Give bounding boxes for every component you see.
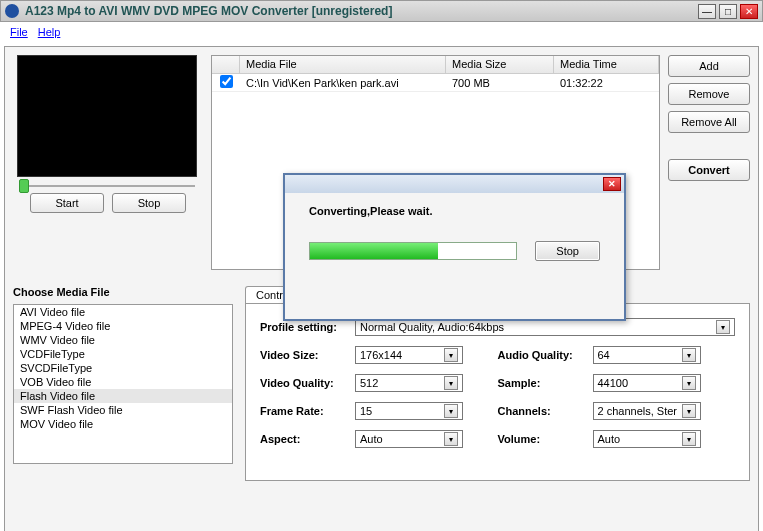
column-check[interactable] [212,56,240,73]
row-file: C:\In Vid\Ken Park\ken park.avi [240,76,446,90]
video-preview [17,55,197,177]
audio-quality-label: Audio Quality: [498,349,593,361]
chevron-down-icon: ▾ [682,376,696,390]
column-media-time[interactable]: Media Time [554,56,659,73]
progress-bar [309,242,517,260]
chevron-down-icon: ▾ [682,432,696,446]
list-item[interactable]: VCDFileType [14,347,232,361]
start-button[interactable]: Start [30,193,104,213]
maximize-button[interactable]: □ [719,4,737,19]
seek-slider[interactable] [15,185,199,187]
volume-label: Volume: [498,433,593,445]
row-time: 01:32:22 [554,76,659,90]
chevron-down-icon: ▾ [716,320,730,334]
dialog-stop-button[interactable]: Stop [535,241,600,261]
video-quality-combo[interactable]: 512▾ [355,374,463,392]
choose-title: Choose Media File [13,286,233,298]
chevron-down-icon: ▾ [444,376,458,390]
video-size-label: Video Size: [260,349,355,361]
aspect-combo[interactable]: Auto▾ [355,430,463,448]
chevron-down-icon: ▾ [444,404,458,418]
window-title: A123 Mp4 to AVI WMV DVD MPEG MOV Convert… [25,4,698,18]
settings-panel: Profile setting: Normal Quality, Audio:6… [245,303,750,481]
row-checkbox[interactable] [220,75,233,88]
app-icon [5,4,19,18]
add-button[interactable]: Add [668,55,750,77]
list-item[interactable]: SVCDFileType [14,361,232,375]
minimize-button[interactable]: — [698,4,716,19]
title-bar: A123 Mp4 to AVI WMV DVD MPEG MOV Convert… [0,0,763,22]
chevron-down-icon: ▾ [682,348,696,362]
convert-button[interactable]: Convert [668,159,750,181]
column-media-file[interactable]: Media File [240,56,446,73]
list-item[interactable]: VOB Video file [14,375,232,389]
list-item[interactable]: SWF Flash Video file [14,403,232,417]
channels-label: Channels: [498,405,593,417]
table-row[interactable]: C:\In Vid\Ken Park\ken park.avi 700 MB 0… [212,74,659,92]
menu-help[interactable]: Help [34,25,65,39]
volume-combo[interactable]: Auto▾ [593,430,701,448]
remove-button[interactable]: Remove [668,83,750,105]
close-button[interactable]: ✕ [740,4,758,19]
chevron-down-icon: ▾ [682,404,696,418]
row-size: 700 MB [446,76,554,90]
video-size-combo[interactable]: 176x144▾ [355,346,463,364]
work-area: Start Stop Media File Media Size Media T… [4,46,759,531]
aspect-label: Aspect: [260,433,355,445]
converting-dialog: ✕ Converting,Please wait. Stop [283,173,626,321]
remove-all-button[interactable]: Remove All [668,111,750,133]
profile-label: Profile setting: [260,321,355,333]
media-type-list[interactable]: AVI Video fileMPEG-4 Video fileWMV Video… [13,304,233,464]
channels-combo[interactable]: 2 channels, Ster▾ [593,402,701,420]
list-item[interactable]: AVI Video file [14,305,232,319]
list-item[interactable]: WMV Video file [14,333,232,347]
frame-rate-label: Frame Rate: [260,405,355,417]
dialog-close-button[interactable]: ✕ [603,177,621,191]
video-quality-label: Video Quality: [260,377,355,389]
list-item[interactable]: MOV Video file [14,417,232,431]
chevron-down-icon: ▾ [444,432,458,446]
sample-combo[interactable]: 44100▾ [593,374,701,392]
dialog-message: Converting,Please wait. [309,205,600,217]
frame-rate-combo[interactable]: 15▾ [355,402,463,420]
menu-file[interactable]: File [6,25,32,39]
slider-thumb[interactable] [19,179,29,193]
menu-bar: File Help [0,22,763,42]
sample-label: Sample: [498,377,593,389]
audio-quality-combo[interactable]: 64▾ [593,346,701,364]
stop-button[interactable]: Stop [112,193,186,213]
list-item[interactable]: MPEG-4 Video file [14,319,232,333]
column-media-size[interactable]: Media Size [446,56,554,73]
chevron-down-icon: ▾ [444,348,458,362]
list-item[interactable]: Flash Video file [14,389,232,403]
